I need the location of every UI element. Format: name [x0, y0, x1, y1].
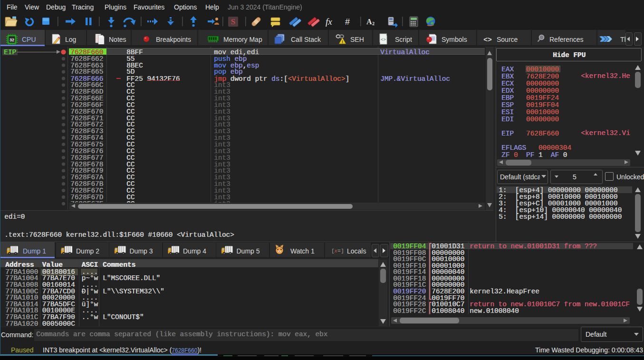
svg-text:32: 32: [10, 38, 14, 42]
svg-text:S: S: [231, 17, 235, 26]
svg-text:2: 2: [372, 21, 375, 26]
svg-text:=]: =]: [337, 248, 344, 254]
svg-text:fx: fx: [326, 17, 332, 27]
svg-text:A: A: [366, 18, 372, 26]
svg-text:x: x: [334, 248, 337, 254]
svg-text:#: #: [345, 17, 350, 27]
svg-text:!: !: [342, 39, 343, 44]
svg-text:<>: <>: [381, 38, 386, 42]
svg-text:<>: <>: [483, 35, 492, 43]
